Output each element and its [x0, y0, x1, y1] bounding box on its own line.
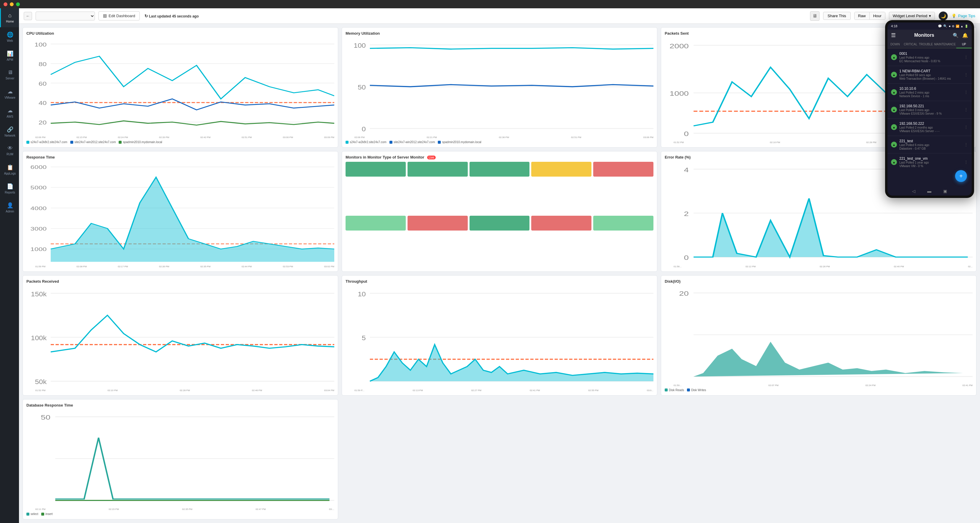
tab-critical[interactable]: CRITICAL — [903, 41, 918, 48]
titlebar — [0, 0, 980, 8]
sidebar-item-reports[interactable]: 📄 Reports — [0, 179, 19, 198]
legend-item-cpu1: s24x7-w2k8r2.site24x7.com — [26, 141, 67, 144]
sidebar-item-web[interactable]: 🌐 Web — [0, 27, 19, 46]
monitor-icon-button[interactable]: 🖥 — [810, 11, 819, 21]
monitor-cell-8[interactable] — [469, 216, 530, 231]
response-time-chart: 6000 5000 4000 3000 1000 — [26, 162, 334, 264]
monitor-cell-3[interactable] — [469, 162, 530, 177]
minimize-button[interactable] — [10, 2, 14, 6]
monitor-info-221testvm: 221_test_one_vm Last Polled 1 year ago V… — [899, 157, 964, 168]
monitor-cell-10[interactable] — [593, 216, 654, 231]
monitor-menu-10106[interactable]: ⋮ — [964, 90, 968, 95]
monitor-status-221testvm: ▲ — [891, 159, 897, 165]
svg-text:50k: 50k — [35, 378, 47, 385]
fab-add-button[interactable]: + — [955, 170, 967, 182]
monitor-menu-rbm[interactable]: ⋮ — [964, 72, 968, 77]
tab-trouble[interactable]: TROUBLE — [918, 41, 934, 48]
mobile-monitor-list: ▲ 0001 Last Polled 4 mins ago EC Memcach… — [888, 49, 972, 170]
close-button[interactable] — [3, 2, 7, 6]
edit-dashboard-button[interactable]: ⊞ Edit Dashboard — [99, 11, 140, 21]
edit-icon: ⊞ — [103, 13, 107, 19]
tab-maintenance[interactable]: MAINTENANCE — [934, 41, 956, 48]
mobile-overlay: 4:18 💬 🔍 ● ⚙ 📶 ▲ 🔋 ☰ Monitors 🔍 🔔 — [879, 8, 980, 523]
monitor-status-10106: ▲ — [891, 89, 897, 95]
share-button[interactable]: Share This — [823, 12, 851, 20]
raw-button[interactable]: Raw — [854, 12, 870, 19]
monitor-cell-9[interactable] — [531, 216, 592, 231]
svg-text:0: 0 — [684, 130, 689, 138]
svg-text:1000: 1000 — [30, 247, 47, 252]
legend-item-cpu3: spadmin2010.mydomain.local — [119, 141, 162, 144]
home-bar-home[interactable]: ▬ — [927, 189, 931, 193]
rum-icon: 👁 — [7, 145, 13, 151]
sidebar-item-label: AWS — [6, 115, 13, 118]
mobile-search-button[interactable]: 🔍 — [953, 33, 959, 38]
sidebar-item-applogs[interactable]: 📋 AppLogs — [0, 160, 19, 179]
sidebar-item-label: Admin — [6, 210, 14, 213]
mobile-status-icons: 💬 🔍 ● ⚙ 📶 ▲ 🔋 — [938, 24, 968, 28]
throughput-chart: 10 5 — [345, 286, 654, 388]
mobile-bell-icon[interactable]: 🔔 — [962, 33, 968, 38]
db-response-x-labels: 02:11 PM 02:23 PM 02:35 PM 02:47 PM 03:.… — [26, 508, 334, 510]
svg-text:100k: 100k — [31, 334, 47, 342]
monitor-cell-5[interactable] — [593, 162, 654, 177]
sidebar-item-vmware[interactable]: ☁ VMware — [0, 84, 19, 103]
monitor-cell-1[interactable] — [345, 162, 406, 177]
monitor-status-192222: ▲ — [891, 124, 897, 130]
svg-text:3000: 3000 — [30, 227, 47, 231]
monitor-menu-221test[interactable]: ⋮ — [964, 142, 968, 147]
back-button[interactable]: ← — [24, 12, 32, 20]
svg-text:4: 4 — [684, 166, 689, 173]
monitor-row-0001: ▲ 0001 Last Polled 4 mins ago EC Memcach… — [888, 49, 972, 66]
svg-text:2000: 2000 — [670, 42, 689, 49]
mobile-circle-icon: ● — [948, 24, 951, 28]
tab-down[interactable]: DOWN — [888, 41, 903, 48]
monitor-menu-192222[interactable]: ⋮ — [964, 125, 968, 130]
mobile-menu-icon[interactable]: ☰ — [891, 32, 896, 38]
monitor-cell-2[interactable] — [407, 162, 468, 177]
monitor-cell-6[interactable] — [345, 216, 406, 231]
svg-text:20: 20 — [679, 290, 689, 296]
monitor-info-192221: 192.168.50.221 Last Polled 3 mins ago VM… — [899, 104, 964, 115]
sidebar-item-home[interactable]: ⌂ Home — [0, 8, 19, 27]
packets-received-title: Packets Received — [26, 279, 334, 284]
monitor-cell-7[interactable] — [407, 216, 468, 231]
aws-icon: ☁ — [7, 107, 13, 114]
dashboard-grid: CPU Utilization 100 80 60 40 20 — [19, 24, 980, 523]
svg-text:1000: 1000 — [670, 90, 689, 97]
monitor-cell-4[interactable] — [531, 162, 592, 177]
sidebar-item-admin[interactable]: 👤 Admin — [0, 198, 19, 217]
monitor-menu-0001[interactable]: ⋮ — [964, 55, 968, 60]
server-icon: 🖥 — [7, 69, 13, 76]
sidebar-item-server[interactable]: 🖥 Server — [0, 65, 19, 84]
monitor-info-192222: 192.168.50.222 Last Polled 2 months ago … — [899, 122, 964, 133]
packets-recv-x-labels: 01:52 PM 02:10 PM 02:28 PM 02:46 PM 03:0… — [26, 389, 334, 392]
cpu-panel-title: CPU Utilization — [26, 31, 334, 36]
home-bar-recents[interactable]: ▣ — [943, 189, 947, 193]
svg-text:20: 20 — [38, 119, 46, 126]
vmware-icon: ☁ — [7, 88, 13, 95]
monitor-row-192221: ▲ 192.168.50.221 Last Polled 3 mins ago … — [888, 101, 972, 119]
svg-text:0: 0 — [362, 126, 366, 133]
mobile-screen: 4:18 💬 🔍 ● ⚙ 📶 ▲ 🔋 ☰ Monitors 🔍 🔔 — [888, 22, 972, 196]
cpu-utilization-panel: CPU Utilization 100 80 60 40 20 — [22, 27, 338, 147]
topbar: ← ⊞ Edit Dashboard ↻ Last updated 45 sec… — [19, 8, 980, 24]
sidebar-item-network[interactable]: 🔗 Network — [0, 122, 19, 141]
live-badge: Live — [427, 155, 436, 159]
monitor-menu-221testvm[interactable]: ⋮ — [964, 160, 968, 165]
home-bar-back[interactable]: ◁ — [912, 189, 915, 193]
tab-up[interactable]: UP — [956, 41, 972, 48]
svg-text:2: 2 — [684, 211, 689, 217]
maximize-button[interactable] — [16, 2, 20, 6]
svg-text:80: 80 — [38, 61, 46, 67]
sidebar-item-apm[interactable]: 📊 APM — [0, 46, 19, 65]
monitor-status-221test: ▲ — [891, 142, 897, 147]
monitor-menu-192221[interactable]: ⋮ — [964, 107, 968, 112]
legend-mem3: spadmin2010.mydomain.local — [438, 141, 481, 144]
packets-received-panel: Packets Received 150k 100k 50k 01:52 PM — [22, 275, 338, 396]
breadcrumb-select[interactable] — [36, 11, 95, 21]
sidebar-item-rum[interactable]: 👁 RUM — [0, 141, 19, 160]
sidebar-item-aws[interactable]: ☁ AWS — [0, 103, 19, 122]
mobile-signal-icon: 📶 — [956, 25, 959, 28]
monitor-status-192221: ▲ — [891, 107, 897, 113]
